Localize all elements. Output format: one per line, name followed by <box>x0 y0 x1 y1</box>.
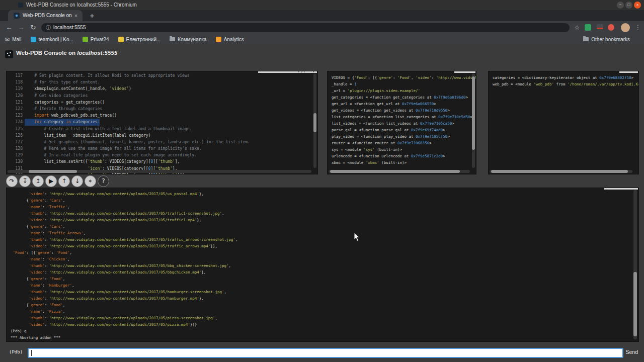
console-output-line: 'thumb': 'http://www.vidsplay.com/wp-con… <box>11 289 632 295</box>
down-icon: ↓ <box>74 177 79 185</box>
continue-button[interactable]: ▶ <box>45 175 57 187</box>
send-button[interactable]: Send <box>625 349 638 355</box>
global-variable: get_videos = <function get_videos at 0x7… <box>332 107 472 114</box>
reload-button[interactable]: ↻ <box>28 23 38 32</box>
down-button[interactable]: ↓ <box>71 175 83 187</box>
tab-favicon-icon <box>14 13 20 19</box>
web-pdb-logo <box>5 50 13 60</box>
line-number: 118 <box>7 79 25 85</box>
code-text: # In a real-life plugin you need to set … <box>25 152 197 158</box>
bookmarks-bar: ✉Mailteamkodi | Ko...Privat24Електронний… <box>0 34 644 44</box>
help-icon: ? <box>102 177 105 185</box>
up-button[interactable]: ↑ <box>58 175 70 187</box>
scrollbar-thumb[interactable] <box>29 170 77 173</box>
code-lines: 117 # Set plugin content. It allows Kodi… <box>7 72 313 174</box>
next-button[interactable]: ↷ <box>6 175 18 187</box>
other-bookmarks[interactable]: Other bookmarks <box>583 34 630 44</box>
pdb-console-label: PDB Console <box>604 188 638 190</box>
code-line: 130 list_item.setArt({'thumb': VIDEOS[ca… <box>7 158 313 165</box>
code-text: categories = get_categories() <box>25 99 105 106</box>
bookmarks-list: ✉Mailteamkodi | Ko...Privat24Електронний… <box>5 34 253 44</box>
profile-avatar[interactable] <box>621 23 630 32</box>
locals-horizontal-scrollbar <box>490 170 632 173</box>
console-output-line: 'name': 'Traffic Arrows', <box>11 230 632 236</box>
code-text: # Iterate through categories <box>25 106 102 112</box>
console-output-line: 'Food': [{'genre': 'Food', <box>11 249 632 256</box>
help-button[interactable]: ? <box>98 175 109 187</box>
browser-tab[interactable]: Web-PDB Console on loca × <box>8 10 83 21</box>
code-line: 126 list_item = xbmcgui.ListItem(label=c… <box>7 132 313 139</box>
mouse-cursor <box>354 232 361 242</box>
up-icon: ↑ <box>61 177 66 185</box>
code-text: # Get video categories <box>25 93 88 99</box>
browser-toolbar: ← → ↻ ⓘ localhost:5555 ☆ ⋮ <box>0 21 644 34</box>
line-number: 120 <box>7 93 25 99</box>
extension-icon-green[interactable] <box>585 24 591 31</box>
scrollbar-thumb[interactable] <box>330 170 460 173</box>
global-variable: play_video = <function play_video at 0x7… <box>332 133 472 140</box>
tab-close-icon[interactable]: × <box>72 12 79 19</box>
console-output-line: 'thumb': 'http://www.vidsplay.com/wp-con… <box>11 236 632 243</box>
console-output-line: 'name': 'Chicken', <box>11 256 632 262</box>
where-icon: ⌖ <box>89 177 92 185</box>
pdb-command-input[interactable] <box>28 348 623 358</box>
close-button[interactable]: × <box>634 2 641 9</box>
current-file-panel: Current file: main.py(124) 117 # Set plu… <box>6 71 318 174</box>
global-variable: _url = 'plugin://plugin.video.example/' <box>332 87 472 94</box>
line-number: 125 <box>7 126 25 132</box>
code-line: 122 # Iterate through categories <box>7 106 313 112</box>
code-line: 118 # for this type of content. <box>7 79 313 85</box>
code-text: # Here we use the same image for all ite… <box>25 145 202 152</box>
bookmark-item[interactable]: Analytics <box>216 34 244 44</box>
local-variable: web_pdb = <module 'web_pdb' from '/home/… <box>493 81 634 87</box>
line-number: 127 <box>7 139 25 145</box>
global-variable: urlencode = <function urlencode at 0x7f9… <box>332 153 472 159</box>
console-output-line: 'thumb': 'http://www.vidsplay.com/wp-con… <box>11 315 632 321</box>
console-output-line: {'genre': 'Food', <box>11 302 632 308</box>
new-tab-button[interactable]: + <box>88 11 97 20</box>
where-button[interactable]: ⌖ <box>85 175 96 187</box>
line-number: 119 <box>7 85 25 92</box>
back-button[interactable]: ← <box>4 23 14 32</box>
screen: Web-PDB Console on localhost:5555 - Chro… <box>0 0 644 362</box>
bookmark-star-icon[interactable]: ☆ <box>573 23 582 32</box>
address-bar[interactable]: ⓘ localhost:5555 <box>41 23 570 32</box>
bookmark-label: Privat24 <box>91 37 109 42</box>
site-info-icon[interactable]: ⓘ <box>46 23 51 32</box>
global-variable: list_categories = <function list_categor… <box>332 114 472 120</box>
global-variable: router = <function router at 0x7f9e71068… <box>332 140 472 146</box>
return-button[interactable]: ↥ <box>32 175 44 187</box>
console-output-line: 'video': 'http://www.vidsplay.com/wp-con… <box>11 269 632 276</box>
code-line: 129 # In a real-life plugin you need to … <box>7 152 313 158</box>
bookmark-item[interactable]: Коммуналка <box>170 34 206 44</box>
extension-icon-red-circle[interactable] <box>608 24 614 31</box>
extension-icon-dark-red[interactable] <box>597 24 603 29</box>
scrollbar-thumb[interactable] <box>491 170 628 173</box>
scrollbar-thumb[interactable] <box>313 113 316 132</box>
globals-horizontal-scrollbar <box>329 170 470 173</box>
scrollbar-thumb[interactable] <box>472 76 475 150</box>
browser-menu-icon[interactable]: ⋮ <box>634 23 642 32</box>
prompt-row: (Pdb) Send <box>0 347 644 360</box>
bookmark-item[interactable]: Privat24 <box>83 34 109 44</box>
bookmark-item[interactable]: Електронний... <box>118 34 161 44</box>
page-title-host: localhost:5555 <box>77 50 117 56</box>
globals-label: Globals <box>454 71 475 73</box>
console-output-line: 'video': 'http://www.vidsplay.com/wp-con… <box>11 295 632 302</box>
bookmark-label: Коммуналка <box>178 37 206 42</box>
site-favicon <box>31 37 36 42</box>
code-text: import web_pdb;web_pdb.set_trace() <box>25 112 117 119</box>
locals-label: Locals <box>619 71 638 73</box>
maximize-button[interactable]: □ <box>625 2 632 9</box>
minimize-button[interactable]: − <box>617 2 624 9</box>
bookmark-item[interactable]: ✉Mail <box>5 34 22 44</box>
code-line: 119 xbmcplugin.setContent(_handle, 'vide… <box>7 85 313 92</box>
line-number: 117 <box>7 72 25 79</box>
code-text: # Set graphics (thumbnail, fanart, banne… <box>25 139 250 145</box>
scrollbar-thumb[interactable] <box>633 272 637 336</box>
code-text: xbmcplugin.setContent(_handle, 'videos') <box>25 85 131 92</box>
bookmark-item[interactable]: teamkodi | Ko... <box>31 34 73 44</box>
forward-button[interactable]: → <box>16 23 26 32</box>
step-button[interactable]: ↧ <box>19 175 31 187</box>
line-number: 121 <box>7 99 25 106</box>
